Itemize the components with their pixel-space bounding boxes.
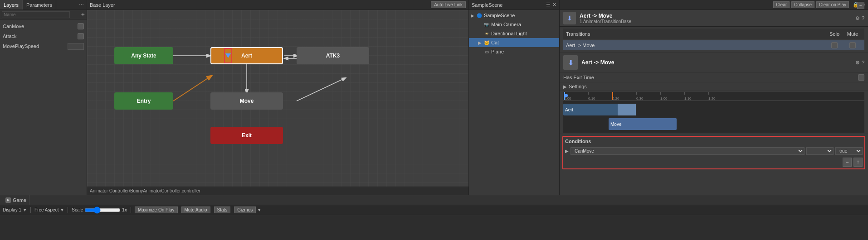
transitions-section: Transitions Solo Mute Aert -> Move − [560, 27, 868, 53]
timeline-tick-3: 0:30 [636, 96, 644, 100]
node-move[interactable]: Move [210, 92, 283, 110]
settings-row: ▶ Settings [560, 82, 868, 91]
collapse-button[interactable]: Collapse [791, 1, 814, 8]
list-item[interactable]: ▶ ▭ Plane [469, 47, 559, 56]
hierarchy-toolbar: SampleScene ☰ ✕ [469, 0, 559, 10]
inspector-panel: Clear Collapse Clear on Play 🔒 ⚙ ⬇ Aert … [560, 0, 868, 195]
maximize-on-play-button[interactable]: Maximize On Play [135, 206, 178, 213]
param-checkbox-canmove[interactable] [78, 23, 84, 29]
inspector-corner-icons: ⚙ ? [855, 15, 864, 21]
transition-detail-help-icon[interactable]: ? [862, 60, 864, 66]
hierarchy-close-icon[interactable]: ✕ [552, 2, 556, 8]
ctrl-display[interactable]: Display 1 ▼ [3, 207, 27, 212]
inspector-header-settings-icon[interactable]: ⚙ [855, 15, 860, 21]
inspector-toolbar-buttons: Clear Collapse Clear on Play [773, 1, 849, 8]
left-panel-tabs: Layers Parameters ⋯ [0, 0, 87, 10]
param-search-input[interactable] [2, 11, 70, 18]
ctrl-aspect-arrow: ▼ [60, 208, 64, 212]
node-entry[interactable]: Entry [114, 92, 173, 110]
left-panel: Layers Parameters ⋯ + CanMove Attack Mov… [0, 0, 87, 195]
node-aert-label: Aert [241, 53, 252, 59]
transition-detail-icons: ⚙ ? [855, 60, 864, 66]
cond-row-arrow: ▶ [565, 149, 569, 154]
hierarchy-title: SampleScene [472, 2, 503, 8]
condition-remove-button[interactable]: − [843, 158, 852, 167]
ctrl-scale[interactable]: Scale 1x [72, 207, 127, 212]
list-item: MovePlaySpeed 0.0 [0, 41, 87, 51]
timeline-blue-line [564, 92, 565, 100]
settings-label: Settings [569, 84, 587, 89]
ctrl-gizmos[interactable]: Gizmos ▼ [234, 206, 261, 213]
ctrl-aspect[interactable]: Free Aspect ▼ [34, 207, 64, 212]
animator-controller-path: Animator Controller/BunnyAnimatorControl… [90, 188, 200, 193]
tab-game[interactable]: ▶ Game [3, 195, 29, 205]
node-aert[interactable]: Aert [210, 47, 283, 64]
inspector-header: ⬇ Aert -> Move 1 AnimatorTransitionBase … [560, 10, 868, 27]
tab-layers[interactable]: Layers [0, 0, 23, 10]
node-atk3[interactable]: ATK3 [297, 47, 369, 64]
has-exit-label: Has Exit Time [563, 75, 858, 80]
hierarchy-item-light: Directional Light [491, 31, 527, 36]
node-any-state[interactable]: Any State [114, 47, 173, 64]
condition-param-select[interactable]: CanMove [571, 147, 805, 155]
transitions-solo-label: Solo [825, 31, 844, 37]
hierarchy-menu-icon[interactable]: ☰ [546, 2, 551, 8]
animator-canvas[interactable]: Any State Entry Aert ATK3 Move Exit [87, 10, 468, 187]
inspector-header-help-icon[interactable]: ? [862, 15, 864, 21]
transition-row-name: Aert -> Move [566, 43, 825, 48]
timeline-tick-2: 0:20 [612, 96, 619, 100]
svg-line-7 [297, 78, 346, 101]
ctrl-separator-1 [30, 207, 31, 213]
gizmos-button[interactable]: Gizmos [234, 206, 256, 213]
transition-solo-toggle[interactable] [825, 42, 844, 48]
inspector-title-block: Aert -> Move 1 AnimatorTransitionBase [580, 13, 855, 24]
hierarchy-arrow-scene: ▶ [471, 13, 476, 18]
ctrl-separator-2 [68, 207, 68, 213]
clear-on-play-button[interactable]: Clear on Play [816, 1, 849, 8]
transition-mute-toggle[interactable] [844, 42, 862, 48]
param-name-canmove: CanMove [3, 24, 78, 29]
list-item[interactable]: ▶ 🔵 SampleScene [469, 11, 559, 20]
tick-line-1 [588, 92, 589, 95]
has-exit-checkbox[interactable] [858, 74, 864, 81]
inspector-header-icon: ⬇ [563, 12, 576, 24]
has-exit-row: Has Exit Time [560, 73, 868, 82]
light-icon: ☀ [483, 30, 490, 37]
stats-button[interactable]: Stats [214, 206, 231, 213]
animator-panel: Base Layer Auto Live Link [87, 0, 469, 195]
list-item[interactable]: ▶ ☀ Directional Light [469, 29, 559, 38]
timeline-tick-5: 1:10 [684, 96, 692, 100]
auto-live-link-button[interactable]: Auto Live Link [431, 1, 466, 8]
param-add-button[interactable]: + [81, 11, 85, 18]
param-value-moveplayspeed[interactable]: 0.0 [68, 43, 84, 50]
node-exit[interactable]: Exit [210, 127, 283, 144]
transition-row[interactable]: Aert -> Move − [563, 40, 864, 50]
param-checkbox-attack[interactable] [78, 33, 84, 39]
conditions-row: ▶ CanMove true [565, 146, 863, 156]
scale-slider[interactable] [84, 208, 121, 212]
panel-options-icon[interactable]: ⋯ [76, 1, 87, 9]
transitions-mute-label: Mute [844, 31, 862, 37]
list-item[interactable]: ▶ 📷 Main Camera [469, 20, 559, 29]
condition-value-select[interactable]: true [835, 147, 863, 155]
transitions-col-label: Transitions [566, 31, 825, 37]
remove-transition-button[interactable]: − [857, 2, 864, 9]
mute-checkbox[interactable] [849, 42, 856, 48]
timeline-tracks: Aert Move [563, 101, 864, 133]
hierarchy-item-plane: Plane [491, 49, 504, 54]
mute-audio-button[interactable]: Mute Audio [181, 206, 210, 213]
tab-parameters[interactable]: Parameters [23, 0, 56, 10]
game-controls: Display 1 ▼ Free Aspect ▼ Scale 1x Maxim… [0, 205, 868, 215]
clear-button[interactable]: Clear [773, 1, 790, 8]
list-item: CanMove [0, 21, 87, 31]
svg-line-2 [173, 76, 212, 101]
condition-operator-select[interactable] [806, 147, 834, 155]
ctrl-display-arrow: ▼ [23, 208, 27, 212]
transition-detail-settings-icon[interactable]: ⚙ [855, 60, 860, 66]
condition-add-button[interactable]: + [853, 158, 863, 167]
solo-checkbox[interactable] [831, 42, 838, 48]
param-list: CanMove Attack MovePlaySpeed 0.0 [0, 19, 87, 195]
node-any-state-label: Any State [131, 53, 156, 59]
list-item[interactable]: ▶ 🐱 Cat [469, 38, 559, 47]
animator-toolbar: Base Layer Auto Live Link [87, 0, 468, 10]
